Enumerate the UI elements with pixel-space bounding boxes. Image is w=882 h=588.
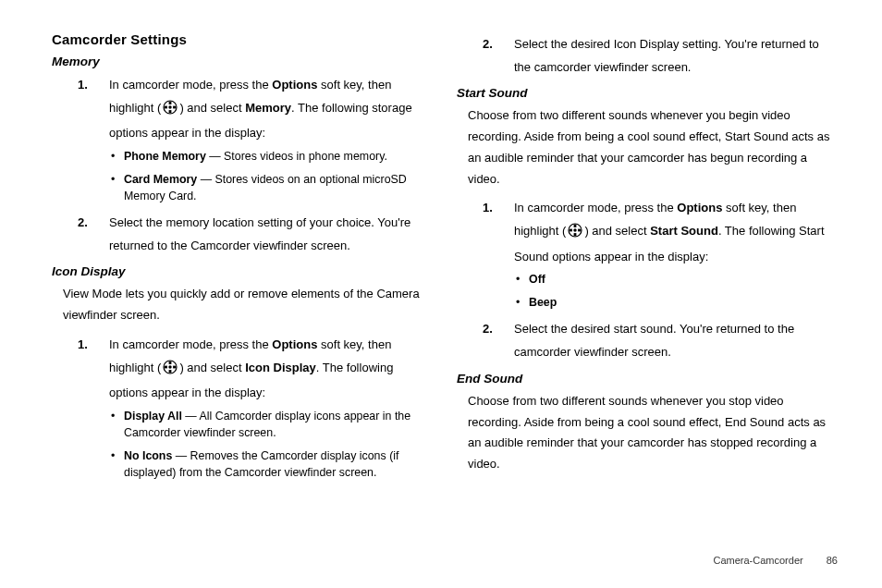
- svg-rect-3: [165, 105, 167, 108]
- section-title: Camcorder Settings: [52, 31, 433, 47]
- step-number: 2.: [78, 212, 88, 235]
- svg-rect-9: [165, 365, 167, 368]
- start-sound-steps: 1. In camcorder mode, press the Options …: [483, 197, 838, 363]
- svg-point-17: [574, 228, 577, 231]
- icon-display-step-2: 2. Select the desired Icon Display setti…: [483, 33, 838, 79]
- start-sound-options: Off Beep: [516, 272, 838, 312]
- svg-rect-4: [173, 105, 176, 108]
- icon-display-step-1: 1. In camcorder mode, press the Options …: [78, 334, 433, 482]
- icon-display-options: Display All — All Camcorder display icon…: [111, 409, 433, 482]
- step-number: 1.: [483, 197, 493, 220]
- icon-display-heading: Icon Display: [52, 264, 433, 278]
- page-footer: Camera-Camcorder 86: [713, 555, 838, 566]
- icon-display-intro: View Mode lets you quickly add or remove…: [63, 284, 433, 326]
- memory-options: Phone Memory — Stores videos in phone me…: [111, 149, 433, 205]
- svg-rect-8: [169, 370, 172, 373]
- svg-rect-13: [574, 225, 577, 227]
- svg-point-11: [169, 365, 172, 368]
- settings-dpad-icon: [163, 360, 178, 383]
- svg-rect-10: [173, 365, 176, 368]
- end-sound-heading: End Sound: [457, 372, 838, 386]
- settings-dpad-icon: [163, 100, 178, 123]
- svg-rect-15: [570, 229, 572, 232]
- icon-display-steps: 1. In camcorder mode, press the Options …: [78, 334, 433, 482]
- start-sound-option-beep: Beep: [516, 295, 838, 312]
- footer-page-number: 86: [827, 555, 838, 566]
- svg-point-5: [169, 105, 172, 108]
- right-column: 2. Select the desired Icon Display setti…: [457, 31, 838, 488]
- memory-option-phone: Phone Memory — Stores videos in phone me…: [111, 149, 433, 165]
- footer-chapter: Camera-Camcorder: [713, 555, 802, 566]
- step-number: 1.: [78, 74, 88, 97]
- memory-option-card: Card Memory — Stores videos on an option…: [111, 172, 433, 205]
- svg-rect-14: [574, 233, 577, 236]
- svg-rect-1: [169, 101, 172, 104]
- memory-step-2: 2. Select the memory location setting of…: [78, 212, 433, 257]
- icon-display-option-all: Display All — All Camcorder display icon…: [111, 409, 433, 442]
- svg-rect-7: [169, 361, 172, 363]
- page-content: Camcorder Settings Memory 1. In camcorde…: [0, 0, 882, 488]
- memory-heading: Memory: [52, 55, 433, 68]
- start-sound-step-1: 1. In camcorder mode, press the Options …: [483, 197, 838, 312]
- step-number: 2.: [483, 318, 493, 341]
- step-number: 2.: [483, 33, 493, 56]
- start-sound-option-off: Off: [516, 272, 838, 288]
- svg-rect-2: [169, 110, 172, 113]
- icon-display-option-none: No Icons — Removes the Camcorder display…: [111, 448, 433, 482]
- start-sound-intro: Choose from two different sounds wheneve…: [468, 105, 838, 190]
- svg-rect-16: [578, 229, 581, 232]
- settings-dpad-icon: [568, 223, 582, 246]
- end-sound-intro: Choose from two different sounds wheneve…: [468, 391, 838, 475]
- memory-steps: 1. In camcorder mode, press the Options …: [78, 74, 433, 257]
- start-sound-step-2: 2. Select the desired start sound. You'r…: [483, 318, 838, 363]
- start-sound-heading: Start Sound: [457, 86, 838, 100]
- memory-step-1: 1. In camcorder mode, press the Options …: [78, 74, 433, 205]
- left-column: Camcorder Settings Memory 1. In camcorde…: [52, 31, 433, 488]
- step-number: 1.: [78, 334, 88, 357]
- icon-display-steps-cont: 2. Select the desired Icon Display setti…: [483, 33, 838, 79]
